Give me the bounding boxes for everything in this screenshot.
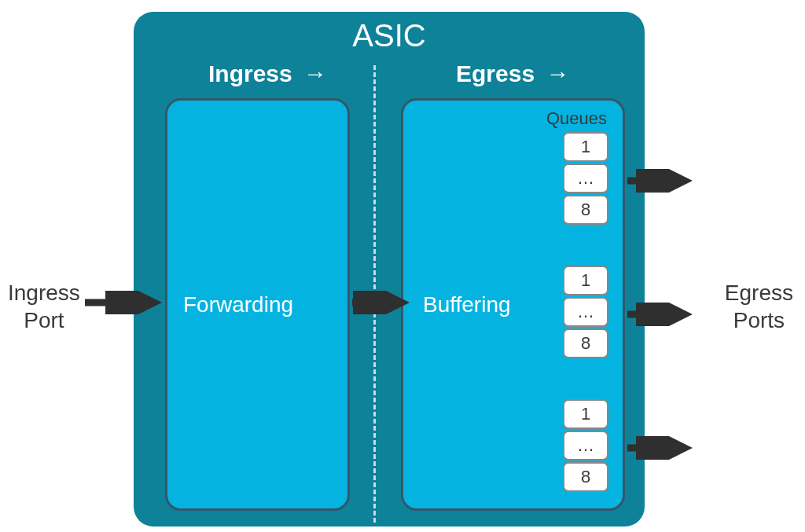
arrow-right-icon: → [546, 61, 569, 87]
egress-text: Egress [456, 61, 535, 86]
queues-label: Queues [546, 108, 607, 129]
queue-item: 8 [563, 195, 608, 225]
queue-item: 8 [563, 462, 608, 492]
ingress-text: Ingress [208, 61, 292, 86]
queue-group: 1 … 8 [563, 132, 608, 226]
arrow-ingress-icon [85, 291, 164, 314]
queue-item: 1 [563, 132, 608, 162]
queue-group: 1 … 8 [563, 399, 608, 493]
queue-item: … [563, 297, 608, 327]
ingress-stage-label: Ingress → [208, 61, 327, 87]
egress-stage-label: Egress → [456, 61, 569, 87]
forwarding-box: Forwarding [165, 98, 350, 511]
forwarding-label: Forwarding [183, 292, 293, 317]
egress-ports-label: EgressPorts [725, 279, 793, 334]
queue-item: 1 [563, 399, 608, 429]
ingress-port-label: IngressPort [8, 279, 80, 334]
buffering-label: Buffering [423, 292, 511, 317]
arrow-egress-icon [627, 303, 698, 326]
queue-item: … [563, 431, 608, 460]
queue-group: 1 … 8 [563, 266, 608, 360]
arrow-egress-icon [627, 169, 698, 193]
asic-container: ASIC Ingress → Egress → Forwarding Buffe… [134, 12, 645, 526]
queue-item: 8 [563, 328, 608, 358]
arrow-right-icon: → [303, 61, 327, 87]
arrow-forward-to-buffer-icon [352, 291, 415, 314]
asic-title: ASIC [134, 18, 645, 53]
queue-item: 1 [563, 266, 608, 295]
arrow-egress-icon [627, 436, 698, 460]
queue-item: … [563, 163, 608, 193]
buffering-box: Buffering Queues 1 … 8 1 … 8 1 … 8 [401, 98, 625, 511]
